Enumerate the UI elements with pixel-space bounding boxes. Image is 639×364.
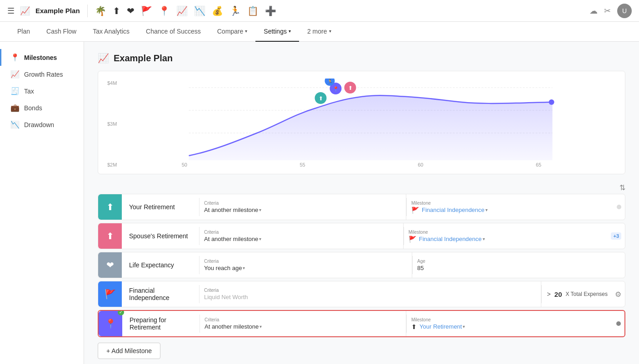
main-layout: 📍 Milestones 📈 Growth Rates 🧾 Tax 💼 Bond…	[0, 42, 639, 364]
milestone-inner-preparing: Milestone ⬆ Your Retirement ▾	[407, 315, 613, 333]
compare-chevron: ▾	[245, 29, 247, 34]
age-value-life: 85	[417, 265, 620, 271]
chart-area: $4M $3M $2M	[107, 79, 616, 169]
milestone-icon-fi[interactable]: 🚩	[98, 281, 122, 307]
criteria-value-life: You reach age	[204, 265, 242, 271]
chart-area-fill	[189, 95, 553, 160]
sidebar-item-bonds[interactable]: 💼 Bonds	[0, 99, 84, 116]
growth-rates-icon: 📈	[10, 70, 20, 79]
tab-tax-analytics[interactable]: Tax Analytics	[85, 22, 138, 42]
milestone-row-fi: 🚩 Financial Independence Criteria Liquid…	[98, 281, 625, 307]
drawdown-icon: 📉	[10, 120, 20, 129]
tab-chance-success[interactable]: Chance of Success	[138, 22, 209, 42]
fi-operator: >	[545, 290, 553, 298]
sort-icon[interactable]: ⇅	[619, 183, 625, 192]
milestones-icon: 📍	[10, 53, 20, 62]
sidebar-item-tax[interactable]: 🧾 Tax	[0, 83, 84, 99]
cloud-icon[interactable]: ☁	[589, 6, 598, 16]
tax-icon: 🧾	[10, 87, 20, 95]
criteria-dropdown[interactable]: At another milestone ▾	[204, 207, 401, 213]
avatar[interactable]: U	[617, 4, 632, 18]
preparing-icon: 📍	[105, 318, 116, 329]
y-label-3m: $3M	[107, 121, 125, 127]
milestone-icon-spouse[interactable]: ⬆	[98, 223, 122, 249]
gear-icon[interactable]: ⚙	[615, 290, 621, 299]
criteria-dropdown-spouse[interactable]: At another milestone ▾	[204, 236, 399, 242]
milestone-field-preparing: Milestone ⬆ Your Retirement ▾	[407, 311, 613, 336]
run-icon[interactable]: 🏃	[230, 5, 241, 16]
criteria-label-fi: Criteria	[204, 288, 536, 293]
milestone-actions-fi: ⚙	[611, 290, 625, 299]
milestone-actions-your-retirement	[613, 205, 625, 209]
milestone-name-preparing: Preparing for Retirement	[122, 316, 200, 331]
criteria-field-fi: Criteria Liquid Net Worth	[200, 281, 541, 307]
health-icon[interactable]: ❤	[127, 5, 135, 16]
milestone-icon-your-retirement[interactable]: ⬆	[98, 194, 122, 220]
svg-text:📍: 📍	[333, 86, 339, 92]
fi-flag-icon: 🚩	[105, 289, 116, 300]
hamburger-icon[interactable]: ☰	[7, 6, 15, 16]
nav-divider	[87, 5, 88, 17]
x-label-65: 65	[536, 162, 541, 167]
y-label-2m: $2M	[107, 162, 125, 167]
criteria-label-spouse: Criteria	[204, 230, 399, 235]
criteria-field-preparing: Criteria At another milestone ▾	[200, 311, 406, 336]
chart-end-dot	[549, 99, 554, 105]
heart-icon: ❤	[106, 260, 114, 271]
milestone-dropdown[interactable]: 🚩 Financial Independence ▾	[411, 207, 609, 214]
sidebar-label-growth-rates: Growth Rates	[24, 71, 63, 78]
milestone-icon-life[interactable]: ❤	[98, 252, 122, 278]
milestone-actions-preparing	[613, 321, 624, 326]
criteria-inner-preparing: Criteria At another milestone ▾	[200, 315, 406, 333]
x-label-55: 55	[300, 162, 305, 167]
chart-down-icon[interactable]: 📉	[194, 5, 205, 16]
sidebar-label-tax: Tax	[24, 88, 34, 95]
location-icon[interactable]: 📍	[159, 5, 170, 16]
milestone-value: Financial Independence	[422, 207, 484, 213]
income-icon[interactable]: ⬆	[113, 5, 120, 16]
money-icon[interactable]: 💰	[212, 5, 223, 16]
milestone-flag-icon: 🚩	[411, 207, 419, 214]
milestone-value-spouse: Financial Independence	[419, 236, 482, 242]
sidebar-item-drawdown[interactable]: 📉 Drawdown	[0, 116, 84, 133]
preparing-dot	[616, 321, 621, 326]
criteria-chevron-life: ▾	[243, 266, 245, 271]
plus-badge[interactable]: +3	[611, 232, 621, 240]
sidebar-label-bonds: Bonds	[24, 104, 42, 112]
more-chevron: ▾	[329, 29, 331, 34]
clipboard-icon[interactable]: 📋	[247, 5, 259, 16]
tab-cashflow[interactable]: Cash Flow	[38, 22, 85, 42]
tab-plan[interactable]: Plan	[9, 22, 38, 42]
milestone-chevron-preparing: ▾	[463, 324, 465, 329]
sidebar-item-milestones[interactable]: 📍 Milestones	[0, 49, 84, 66]
scissors-icon[interactable]: ✂	[604, 6, 611, 16]
milestone-row-spouses-retirement: ⬆ Spouse's Retirement Criteria At anothe…	[98, 223, 625, 249]
criteria-dropdown-preparing[interactable]: At another milestone ▾	[205, 323, 401, 330]
sidebar-label-milestones: Milestones	[24, 54, 57, 61]
milestone-field-spouse: Milestone 🚩 Financial Independence ▾	[404, 223, 608, 249]
fi-value-label: X Total Expenses	[565, 291, 608, 297]
chart-up-icon[interactable]: 📈	[176, 5, 188, 16]
milestones-list: ⬆ Your Retirement Criteria At another mi…	[98, 194, 625, 337]
svg-text:🏃: 🏃	[327, 79, 333, 84]
plan-header-title: Example Plan	[114, 53, 173, 64]
tab-compare[interactable]: Compare▾	[209, 22, 256, 42]
sidebar-item-growth-rates[interactable]: 📈 Growth Rates	[0, 66, 84, 83]
criteria-inner: Criteria At another milestone ▾	[200, 198, 406, 216]
milestone-dropdown-preparing[interactable]: ⬆ Your Retirement ▾	[411, 323, 608, 330]
svg-text:⬆: ⬆	[348, 85, 353, 91]
retirement-icon: ⬆	[106, 202, 114, 212]
tab-settings[interactable]: Settings▾	[255, 22, 299, 42]
add-icon[interactable]: ➕	[265, 5, 276, 16]
x-label-50: 50	[182, 162, 187, 167]
milestone-chevron: ▾	[485, 207, 488, 212]
add-milestone-button[interactable]: + Add Milestone	[98, 343, 160, 359]
milestone-dropdown-spouse[interactable]: 🚩 Financial Independence ▾	[409, 236, 603, 243]
criteria-dropdown-life[interactable]: You reach age ▾	[204, 265, 407, 271]
flag-icon[interactable]: 🚩	[141, 5, 152, 16]
content: 📈 Example Plan $4M $3M $2M	[84, 42, 639, 364]
beach-icon[interactable]: 🌴	[95, 5, 106, 16]
criteria-field-your-retirement: Criteria At another milestone ▾	[200, 194, 406, 220]
milestone-icon-preparing[interactable]: 📍 ✓	[99, 311, 122, 336]
tab-more[interactable]: 2 more▾	[299, 22, 339, 42]
